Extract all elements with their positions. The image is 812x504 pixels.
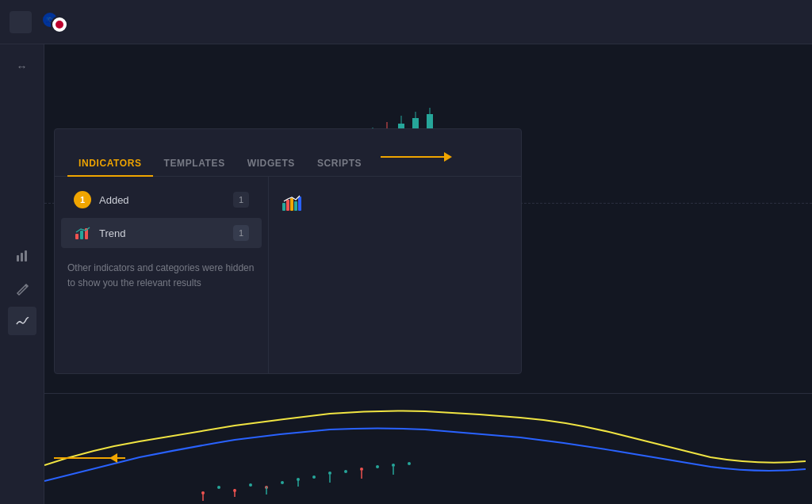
chart-analysis-panel: INDICATORS TEMPLATES WIDGETS SCRIPTS 1 A… [54, 128, 522, 374]
svg-rect-73 [80, 231, 83, 239]
category-trend[interactable]: Trend 1 [61, 218, 262, 248]
svg-rect-1 [21, 253, 23, 262]
svg-point-52 [217, 486, 220, 489]
rvi-icon [282, 193, 304, 215]
sidebar-draw [0, 275, 44, 304]
svg-rect-79 [298, 197, 301, 211]
panel-categories: 1 Added 1 Trend 1 Other indicators and c [55, 177, 269, 373]
oscillator-chart [44, 394, 812, 504]
sidebar-indicator [0, 307, 44, 335]
svg-rect-50 [427, 114, 433, 130]
svg-rect-0 [17, 255, 19, 262]
svg-rect-2 [25, 250, 27, 262]
panel-body: 1 Added 1 Trend 1 Other indicators and c [55, 177, 521, 373]
left-sidebar: ↔ [0, 44, 44, 504]
bottom-arrow-annotation [54, 453, 117, 463]
result-rvi[interactable] [269, 185, 521, 223]
indicators-button[interactable] [8, 242, 36, 270]
trend-icon [74, 224, 91, 242]
svg-rect-77 [290, 198, 293, 211]
top-bar: 🇪🇺 [0, 0, 812, 44]
svg-point-56 [281, 481, 284, 484]
tab-scripts[interactable]: SCRIPTS [306, 151, 373, 177]
added-num-badge: 1 [74, 191, 91, 208]
tab-templates[interactable]: TEMPLATES [153, 151, 236, 177]
panel-results [269, 177, 521, 373]
svg-rect-72 [75, 234, 79, 239]
expand-icon: ↔ [17, 60, 28, 73]
svg-point-63 [392, 464, 395, 467]
svg-rect-75 [282, 203, 285, 211]
currency-flag: 🇪🇺 [41, 11, 70, 33]
expand-button[interactable]: ↔ [8, 52, 36, 81]
close-panel-button[interactable] [502, 140, 508, 143]
tab-indicators[interactable]: INDICATORS [67, 151, 153, 177]
trend-count-badge: 1 [233, 225, 249, 241]
svg-point-54 [249, 483, 252, 487]
svg-point-64 [408, 462, 411, 465]
search-arrow-annotation [381, 152, 452, 162]
jp-flag [51, 16, 68, 33]
svg-rect-76 [286, 200, 289, 211]
svg-rect-78 [294, 201, 297, 211]
category-added[interactable]: 1 Added 1 [61, 185, 262, 215]
sidebar-tools [0, 242, 44, 272]
tab-widgets[interactable]: WIDGETS [236, 151, 306, 177]
added-count-badge: 1 [233, 192, 249, 208]
indicator-active-button[interactable] [8, 307, 36, 335]
panel-hint-text: Other indicators and categories were hid… [55, 251, 268, 300]
close-button[interactable] [10, 11, 32, 33]
panel-header [55, 129, 521, 143]
svg-point-62 [376, 465, 379, 468]
category-added-label: Added [99, 194, 225, 206]
svg-point-58 [312, 475, 316, 479]
svg-point-61 [360, 468, 363, 471]
category-trend-label: Trend [99, 227, 225, 239]
svg-point-59 [328, 472, 331, 475]
oscillator-container [44, 393, 812, 504]
draw-button[interactable] [8, 275, 36, 304]
panel-search-area [496, 140, 508, 143]
svg-point-60 [344, 470, 347, 473]
